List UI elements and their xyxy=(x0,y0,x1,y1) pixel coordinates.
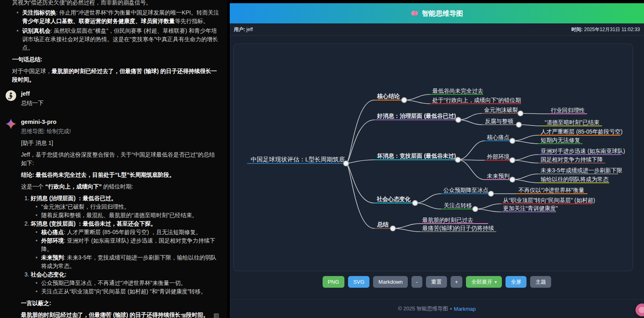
mindmap-svg: 中国足球现状评估：L型长周期筑底 核心结论 最低谷尚未完全过去 处于“行政向上，… xyxy=(234,44,633,271)
mindmap-node-label[interactable]: 国足相对竞争力持续下降 xyxy=(541,156,603,163)
mindmap-node-label[interactable]: 未来预判 xyxy=(487,173,510,179)
chat-bullet-list: 关注指标切换: 停止用“冲进世界杯”作为衡量中国足球发展的唯一KPI。转而关注青… xyxy=(12,8,219,52)
list-item: “金元泡沫”已破裂，行业回归理性。 xyxy=(41,203,219,211)
mindmap-node-label[interactable]: 好消息：治理层面 (最低谷已过) xyxy=(377,113,456,119)
user-message: jeff 总结一下 xyxy=(6,90,219,107)
mindmap-node-label[interactable]: 核心痛点 xyxy=(487,134,510,140)
summary-text: 对于中国足球， xyxy=(12,68,52,74)
chat-input-toolbar-icons[interactable]: ✎ ⌫ ◧ ▤ ◔ ⚑ ▦ ◎ ↻ ⌂ ▣ ◉ ▥ ⊞ ❖ ✚ xyxy=(22,311,227,318)
mindmap-node-label[interactable]: 公众预期降至冰点 xyxy=(443,187,489,193)
footer-separator: • xyxy=(450,306,452,312)
node-toggle-circle[interactable] xyxy=(402,98,407,103)
app-footer: © 2025 智能思维导图 • Markmap xyxy=(230,299,644,318)
list-item: 关注点正从“职业顶层”向“民间基层 (如村超) ”和“青训健康度”转移。 xyxy=(41,287,219,296)
mindmap-node-label[interactable]: 外部环境 xyxy=(487,153,510,160)
list-title: 好消息 (治理层面) ：最低谷已过。 xyxy=(31,195,117,201)
list-title: 社会心态变化: xyxy=(31,271,67,278)
export-svg-button[interactable]: SVG xyxy=(348,276,369,288)
mindmap-node-label[interactable]: 坏消息：竞技层面 (最低谷未过) xyxy=(377,153,456,159)
user-message-text: 总结一下 xyxy=(21,99,219,107)
mindmap-node-label[interactable]: 最肮脏的时刻已过去 xyxy=(422,217,473,223)
mindmap-node-label[interactable]: “道德至暗时刻”已结束 xyxy=(545,119,599,126)
list-item: 关注指标切换: 停止用“冲进世界杯”作为衡量中国足球发展的唯一KPI。转而关注青… xyxy=(22,8,219,25)
mindmap-node-label[interactable]: 社会心态变化 xyxy=(376,196,411,202)
node-toggle-circle[interactable] xyxy=(456,117,461,123)
chat-paragraph-clipped: 其视为“偿还历史欠债”的必然过程，而非新的崩盘信号。 xyxy=(12,0,219,7)
node-toggle-circle[interactable] xyxy=(516,122,522,128)
node-toggle-circle[interactable] xyxy=(455,157,461,163)
time-info-value: 2025年12月31日 11:02:33 xyxy=(584,27,640,32)
markmap-link[interactable]: Markmap xyxy=(454,306,476,312)
bullet-text: : 虽然职业层面在“横盘”，但民间赛事 (村超、草根联赛) 和青少年培训市场正在… xyxy=(22,27,218,51)
assistant-final-heading: 一言以蔽之: xyxy=(21,299,219,308)
mindmap-node-label[interactable]: 核心结论 xyxy=(377,93,400,99)
assistant-numbered-list: 好消息 (治理层面) ：最低谷已过。 “金元泡沫”已破裂，行业回归理性。 随着反… xyxy=(21,194,219,296)
mindmap-node-label[interactable]: 最低谷尚未完全过去 xyxy=(432,88,483,94)
bullet-bold-text: 青少年足球人口基数、联赛运营的财务健康度、球员留洋数量 xyxy=(22,18,175,24)
fab-glyph xyxy=(639,307,644,313)
assistant-intro: Jeff，基于您提供的这份深度整合报告，关于“中国足球最低谷是否已过”的总结如下… xyxy=(21,151,219,167)
mindmap-node-label[interactable]: 更加关注“青训健康度” xyxy=(503,205,558,211)
user-info-value: jeff xyxy=(246,27,253,32)
mindmap-node-label[interactable]: 未来3-5年成绩或进一步刷新下限 xyxy=(541,167,622,174)
assistant-name: gemini-3-pro xyxy=(21,118,219,126)
mindmap-node-label[interactable]: 短期内无法修复 xyxy=(541,137,580,143)
node-toggle-circle[interactable] xyxy=(510,177,515,182)
list-item: 未来预判: 未来3-5年，竞技成绩可能进一步刷新下限，输给以往的弱队将成为常态。 xyxy=(41,253,219,270)
bullet-lead: 识别真机会 xyxy=(22,27,50,34)
zoom-in-button[interactable]: + xyxy=(451,276,463,288)
avatar xyxy=(6,90,16,101)
zoom-out-button[interactable]: - xyxy=(411,276,422,288)
fullscreen-button[interactable]: 全屏 xyxy=(506,276,527,288)
gemini-star-icon xyxy=(6,119,16,129)
list-item: 随着反腐和整顿，最混乱、最肮脏的“道德至暗时刻”已经结束。 xyxy=(41,211,219,220)
node-toggle-circle[interactable] xyxy=(413,201,418,206)
chat-panel: 其视为“偿还历史欠债”的必然过程，而非新的崩盘信号。 关注指标切换: 停止用“冲… xyxy=(0,0,227,318)
node-toggle-circle[interactable] xyxy=(518,111,523,116)
mindmap-node-label[interactable]: 输给以往的弱队将成为常态 xyxy=(541,176,609,182)
mindmap-node-label[interactable]: 总结 xyxy=(377,221,389,228)
soccer-player-icon xyxy=(6,90,16,101)
mindmap-canvas[interactable]: 中国足球现状评估：L型长周期筑底 核心结论 最低谷尚未完全过去 处于“行政向上，… xyxy=(233,44,633,271)
mindmap-nodes: 中国足球现状评估：L型长周期筑底 核心结论 最低谷尚未完全过去 处于“行政向上，… xyxy=(247,88,625,232)
brain-icon xyxy=(411,9,419,17)
list-item: 识别真机会: 虽然职业层面在“横盘”，但民间赛事 (村超、草根联赛) 和青少年培… xyxy=(22,27,219,52)
list-item: 社会心态变化: 公众预期已降至冰点，不再通过“冲进世界杯”来衡量一切。 关注点正… xyxy=(31,270,219,296)
node-toggle-circle[interactable] xyxy=(390,226,396,231)
bullet-text: : 停止用“冲进世界杯”作为衡量中国足球发展的唯一KPI。转而关注 xyxy=(56,9,219,16)
bullet-lead: 关注指标切换 xyxy=(22,9,56,16)
mindmap-node-label[interactable]: 反腐与整顿 xyxy=(485,118,514,124)
mindmap-node-label[interactable]: 行业回归理性 xyxy=(551,107,585,113)
app-header: 智能思维导图 xyxy=(230,3,644,23)
theme-button[interactable]: 主题 xyxy=(530,276,551,288)
list-item: 外部环境: 亚洲对手 (如东南亚球队) 进步迅速，国足相对竞争力持续下降。 xyxy=(41,236,219,253)
mindmap-node-label[interactable]: 中国足球现状评估：L型长周期筑底 xyxy=(251,156,345,163)
assistant-message: gemini-3-pro 思维导图: 绘制完成! [助手 消息 1] Jeff，… xyxy=(6,118,219,318)
copyright-text: © 2025 智能思维导图 xyxy=(398,305,448,312)
node-toggle-circle[interactable] xyxy=(489,191,494,197)
mindmap-node-label[interactable]: 亚洲对手进步迅速 (如东南亚球队) xyxy=(541,148,625,154)
node-toggle-circle[interactable] xyxy=(510,158,515,163)
user-info: 用户: jeff xyxy=(234,26,253,33)
expand-all-button[interactable]: 全部展开▾ xyxy=(466,276,502,288)
mindmap-node-label[interactable]: 人才严重断层 (85-05年龄段亏空) xyxy=(541,128,623,135)
bold-segment: “行政向上，成绩向下” xyxy=(45,183,102,190)
node-toggle-circle[interactable] xyxy=(473,207,478,212)
mindmap-node-label[interactable]: 关注点转移 xyxy=(444,202,472,209)
mindmap-node-label[interactable]: 金元泡沫破裂 xyxy=(484,107,518,113)
reset-button[interactable]: 重置 xyxy=(426,276,447,288)
mindmap-node-label[interactable]: 最痛苦(输球)的日子仍将持续 xyxy=(422,225,494,231)
chevron-down-icon: ▾ xyxy=(495,280,497,284)
mindmap-node-label[interactable]: 不再仅以“冲进世界杯”衡量 xyxy=(518,187,584,193)
user-name: jeff xyxy=(21,90,219,98)
info-bar: 用户: jeff 时间: 2025年12月31日 11:02:33 xyxy=(230,23,644,36)
app-title: 智能思维导图 xyxy=(422,9,463,18)
node-toggle-circle[interactable] xyxy=(510,138,515,144)
export-markdown-button[interactable]: Markdown xyxy=(373,276,408,288)
assistant-conclusion: 结论: 最低谷尚未完全过去，目前处于“L型”长周期筑底阶段。 xyxy=(21,171,219,179)
avatar xyxy=(6,119,16,129)
mindmap-node-label[interactable]: 从“职业顶层”转向“民间基层” (如村超) xyxy=(503,197,595,203)
export-png-button[interactable]: PNG xyxy=(323,276,344,288)
mindmap-node-label[interactable]: 处于“行政向上，成绩向下”的错位期 xyxy=(432,97,521,103)
node-toggle-circle[interactable] xyxy=(344,161,349,166)
